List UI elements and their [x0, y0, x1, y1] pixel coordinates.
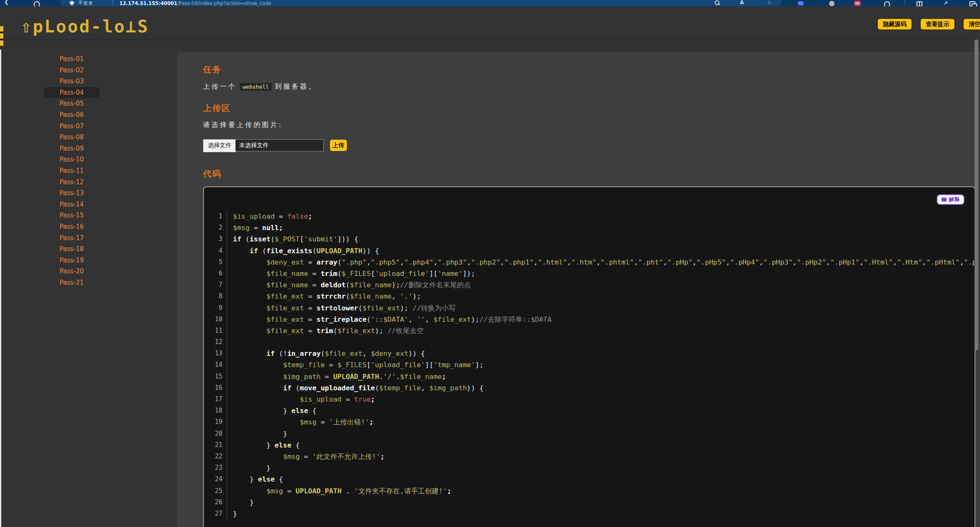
sidebar-item-pass-19[interactable]: Pass-19 [44, 255, 100, 266]
line-content: } else { [227, 440, 300, 451]
app-header: ⇧pLood-lo⊥S 隐藏源码 查看提示 清空 [0, 6, 980, 40]
code-line: 17 $is_upload = true; [204, 394, 975, 405]
line-number: 22 [204, 451, 227, 462]
extension-butterfly-icon[interactable] [798, 1, 803, 6]
sidebar-item-pass-07[interactable]: Pass-07 [44, 121, 100, 132]
line-number: 21 [204, 440, 227, 451]
view-hint-button[interactable]: 查看提示 [921, 19, 954, 29]
code-lines: 1$is_upload = false;2$msg = null;3if (is… [204, 211, 975, 519]
sidebar-item-pass-01[interactable]: Pass-01 [44, 53, 100, 65]
webshell-inline-code: webshell [239, 82, 272, 91]
code-line: 25 $msg = UPLOAD_PATH . '文件夹不存在,请手工创建!'; [204, 485, 975, 497]
line-number: 25 [204, 485, 227, 497]
line-number: 3 [204, 233, 227, 245]
line-number: 14 [204, 359, 227, 371]
hide-source-button[interactable]: 隐藏源码 [878, 19, 911, 29]
share-icon[interactable]: ↗ [943, 0, 948, 6]
bookmark-star-icon[interactable]: ☆ [767, 0, 771, 5]
url-path: /Pass-04/index.php?action=show_code [177, 0, 271, 6]
sidebar-item-pass-10[interactable]: Pass-10 [44, 154, 100, 165]
line-content: $img_path = UPLOAD_PATH.'/'.$file_name; [227, 371, 446, 382]
sidebar-item-pass-06[interactable]: Pass-06 [44, 109, 100, 121]
sidebar-item-pass-05[interactable]: Pass-05 [44, 98, 100, 109]
address-bar[interactable]: 不安全 | 12.174.51.155:40001/Pass-04/index.… [61, 0, 781, 6]
line-number: 24 [204, 474, 227, 485]
code-line: 27} [204, 508, 975, 519]
code-line: 21 } else { [204, 440, 975, 451]
security-shield-icon[interactable] [70, 1, 74, 5]
code-heading: 代码 [203, 168, 222, 180]
explain-button[interactable]: 解释 [937, 194, 964, 205]
line-number: 4 [204, 245, 227, 257]
sidebar-item-pass-14[interactable]: Pass-14 [44, 199, 100, 210]
sidebar-item-pass-09[interactable]: Pass-09 [44, 143, 100, 154]
sidebar-item-pass-02[interactable]: Pass-02 [44, 65, 100, 76]
sidebar-item-pass-15[interactable]: Pass-15 [44, 210, 100, 221]
address-divider: | [112, 0, 114, 5]
sidebar-item-pass-20[interactable]: Pass-20 [44, 266, 100, 277]
sidebar-item-pass-18[interactable]: Pass-18 [44, 244, 100, 255]
code-line: 5 $deny_ext = array(".php",".php5",".php… [204, 257, 975, 268]
line-content: } [227, 508, 237, 519]
code-line: 20 } [204, 428, 975, 440]
code-line: 15 $img_path = UPLOAD_PATH.'/'.$file_nam… [204, 371, 975, 382]
task-heading: 任务 [203, 64, 222, 75]
line-number: 15 [204, 371, 227, 382]
line-number: 13 [204, 348, 227, 359]
security-label: 不安全 [78, 0, 93, 6]
url-host: 12.174.51.155:40001 [119, 0, 177, 6]
choose-file-button[interactable]: 选择文件 [203, 139, 236, 152]
line-content: } [227, 428, 287, 440]
browser-topbar: ❮ 不安全 | 12.174.51.155:40001/Pass-04/inde… [0, 0, 980, 6]
translate-icon[interactable]: A [740, 0, 744, 5]
sidebar-item-pass-11[interactable]: Pass-11 [44, 165, 100, 177]
line-content: $msg = '上传出错!'; [227, 416, 373, 428]
sidebar-item-pass-08[interactable]: Pass-08 [44, 132, 100, 143]
code-line: 1$is_upload = false; [204, 211, 975, 222]
copy-tab-icon[interactable] [969, 1, 975, 6]
line-content: if (!in_array($file_ext, $deny_ext)) { [227, 348, 425, 359]
search-icon[interactable] [715, 0, 719, 5]
code-line: 16 if (move_uploaded_file($temp_file, $i… [204, 382, 975, 394]
file-name-box[interactable]: 未选择文件 [235, 139, 324, 151]
line-content: $file_ext = strrchr($file_name, '.'); [227, 291, 421, 302]
page-scrollbar-thumb[interactable] [975, 40, 978, 350]
line-content [227, 336, 237, 348]
notifications-bell-icon[interactable] [884, 1, 890, 6]
sidebar-item-pass-12[interactable]: Pass-12 [44, 177, 100, 188]
sidebar-item-pass-21[interactable]: Pass-21 [44, 277, 100, 289]
main-panel: 任务 上传一个webshell到服务器。 上传区 请选择要上传的图片: 选择文件… [177, 52, 980, 527]
reload-icon[interactable] [34, 1, 40, 6]
line-content: if (isset($_POST['submit'])) { [227, 233, 358, 245]
app-logo: ⇧pLood-lo⊥S [21, 16, 149, 37]
line-number: 2 [204, 222, 227, 233]
line-number: 5 [204, 257, 227, 268]
extension-pink-icon[interactable]: cn [854, 1, 861, 6]
code-line: 6 $file_name = trim($_FILES['upload_file… [204, 268, 975, 279]
line-content: $file_name = trim($_FILES['upload_file']… [227, 268, 475, 279]
clear-upload-button[interactable]: 清空 [964, 19, 980, 29]
code-line: 14 $temp_file = $_FILES['upload_file']['… [204, 359, 975, 371]
line-number: 6 [204, 268, 227, 279]
line-number: 1 [204, 211, 227, 222]
upload-button[interactable]: 上传 [330, 140, 347, 151]
sidebar-item-pass-13[interactable]: Pass-13 [44, 188, 100, 199]
line-content: $temp_file = $_FILES['upload_file']['tmp… [227, 359, 483, 371]
code-line: 18 } else { [204, 405, 975, 416]
back-icon[interactable]: ❮ [4, 0, 9, 5]
line-number: 16 [204, 382, 227, 394]
line-content: } else { [227, 474, 283, 485]
sidebar-item-pass-03[interactable]: Pass-03 [44, 76, 100, 87]
sidebar-item-pass-17[interactable]: Pass-17 [44, 233, 100, 244]
line-content: $msg = UPLOAD_PATH . '文件夹不存在,请手工创建!'; [227, 485, 451, 497]
line-content: $is_upload = true; [227, 394, 375, 405]
line-content: $file_ext = strtolower($file_ext); //转换为… [227, 302, 456, 314]
sidebar-item-pass-16[interactable]: Pass-16 [44, 221, 100, 233]
line-number: 18 [204, 405, 227, 416]
split-screen-icon[interactable] [917, 1, 922, 6]
profile-avatar[interactable] [829, 1, 835, 6]
code-line: 12 [204, 336, 975, 348]
line-number: 12 [204, 336, 227, 348]
sidebar-item-pass-04[interactable]: Pass-04 [44, 87, 100, 98]
line-content: } else { [227, 405, 317, 416]
